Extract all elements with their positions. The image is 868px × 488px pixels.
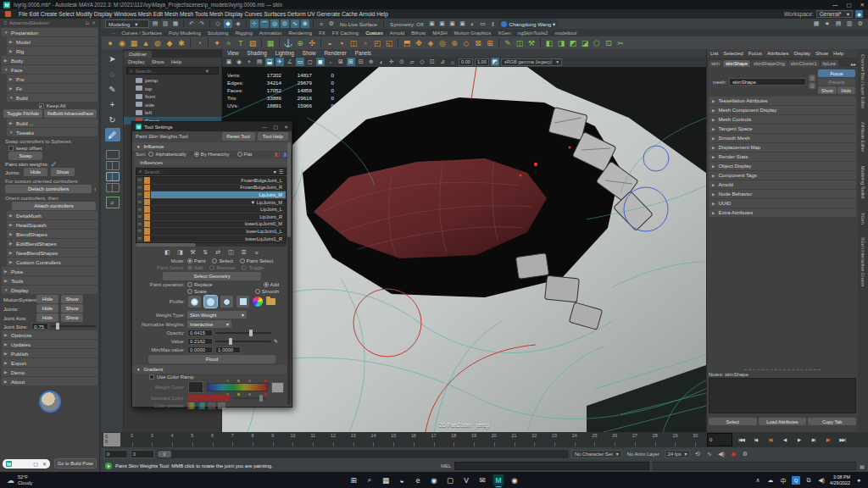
chrome-icon[interactable]: ◉ — [429, 474, 440, 485]
user-account-chip[interactable]: Changdong Wang▾ — [498, 19, 558, 28]
attribute-section[interactable]: ▶Extra Attributes — [709, 208, 856, 217]
layout-two-pane-button[interactable] — [106, 161, 120, 170]
separator[interactable] — [209, 19, 210, 27]
section-build-more[interactable]: ▶Build ... — [7, 119, 97, 127]
light-editor-icon[interactable]: ◐ — [468, 19, 476, 28]
timeline-frame[interactable]: 29 — [665, 432, 686, 447]
mesh-name-field[interactable]: skinShape — [729, 78, 806, 86]
menu-item[interactable]: Curves — [244, 11, 262, 17]
weather-widget[interactable]: ☁ 52°FCloudy — [0, 474, 170, 485]
bookmark-icon[interactable]: ▤ — [255, 58, 264, 66]
pin-tab-icon[interactable]: ◳ — [809, 75, 815, 81]
use-default-material-icon[interactable]: ▫ — [326, 58, 335, 66]
wireframe-icon[interactable]: ▭ — [296, 58, 304, 66]
mini-window-titlebar[interactable]: M▢✕ — [3, 459, 50, 469]
separator[interactable] — [498, 38, 499, 47]
use-color-ramp-checkbox[interactable] — [149, 374, 154, 380]
section-tools[interactable]: ▶Tools — [2, 276, 97, 285]
weight-color-black-swatch[interactable] — [188, 381, 203, 393]
grease-pencil-icon[interactable]: ∠ — [286, 58, 294, 66]
menu-item[interactable]: File — [19, 11, 28, 17]
paint-weights-icon[interactable]: ⊠ — [473, 38, 483, 48]
influence-color-swatch[interactable] — [144, 214, 151, 220]
tool-settings-titlebar[interactable]: M Tool Settings — ▢ ✕ — [132, 122, 292, 131]
timeline-frame[interactable]: 28 — [645, 432, 665, 447]
shaded-icon[interactable]: ◻ — [306, 58, 314, 66]
mute-audio-icon[interactable]: ◀) — [716, 451, 726, 458]
step-back-key-button[interactable]: |◀ — [763, 432, 777, 447]
shelf-tab[interactable]: Motion Graphics — [454, 30, 492, 36]
smooth-bind-icon[interactable]: ◒ — [325, 38, 335, 48]
panel-section[interactable]: ▶About — [2, 377, 97, 385]
svg-tool-icon[interactable]: ▧ — [248, 38, 258, 48]
weight-type-dropdown[interactable]: Skin Weight▾ — [187, 311, 247, 319]
render-settings-icon[interactable]: ▣ — [448, 19, 456, 28]
play-backwards-button[interactable]: ◀ — [777, 432, 792, 447]
poly-sphere-icon[interactable]: ● — [105, 38, 115, 48]
snap-projected-center-icon[interactable]: ⊙ — [281, 19, 289, 28]
menu-item[interactable]: Deform — [287, 11, 306, 17]
gradient-section-header[interactable]: ▼Gradient — [132, 365, 292, 374]
timeline-frame[interactable]: 3 — [142, 432, 162, 447]
section-face[interactable]: ▼Face — [2, 65, 97, 74]
clapperboard-icon[interactable]: ▭ — [478, 19, 487, 28]
timeline-frame[interactable]: 9 — [263, 432, 283, 447]
section-body[interactable]: ▶Body — [2, 56, 97, 64]
paint-lock-toggle[interactable]: m — [136, 214, 144, 220]
shelf-collapse-icon[interactable]: – — [112, 30, 114, 36]
timeline-frame[interactable]: 20 — [484, 432, 504, 447]
sort-radio[interactable]: By Hierarchy — [194, 152, 235, 157]
max-value-field[interactable]: 1.0000 — [215, 347, 241, 353]
dialog-close-button[interactable]: ✕ — [284, 125, 288, 130]
textured-icon[interactable]: ◼ — [316, 58, 325, 66]
timeline-frame[interactable]: 23 — [544, 432, 565, 447]
sort-radio[interactable]: Alphabetically — [148, 152, 191, 157]
select-component-icon[interactable]: ◈ — [234, 19, 242, 28]
sort-radio[interactable]: Flat — [237, 152, 258, 157]
custom-script-icon[interactable]: ◩ — [568, 38, 578, 48]
viewport-menu-item[interactable]: Show — [303, 50, 316, 56]
play-forwards-button[interactable]: ▶ — [792, 432, 806, 447]
panel-close-icon[interactable]: ✕ — [92, 20, 96, 25]
influence-row[interactable]: m lowerLipJoint1_R — [136, 236, 286, 243]
attribute-editor-menu-item[interactable]: Attributes — [767, 51, 788, 56]
rebuild-advancedface-button[interactable]: ReBuild AdvancedFace — [44, 109, 97, 118]
viewport-panel[interactable]: ViewShadingLightingShowRendererPanels ▣◉… — [222, 49, 706, 432]
timeline-frame[interactable]: 19 — [464, 432, 484, 447]
separator[interactable] — [246, 19, 247, 27]
influence-search[interactable]: ⌕ ▾☰ — [136, 168, 287, 175]
attribute-editor-tab[interactable]: skin — [709, 60, 722, 67]
face-subsection[interactable]: ▶EditBlendShapes — [7, 239, 97, 247]
timeline-frame[interactable]: 2 — [122, 432, 142, 447]
cast-icon[interactable]: ⧉ — [804, 476, 813, 485]
section-build[interactable]: ▼Build — [7, 93, 97, 102]
keep-all-checkbox[interactable]: ✔ — [39, 103, 44, 108]
graph-snap-icon[interactable]: ∿ — [704, 451, 714, 458]
panel-pop-icon[interactable]: ⊡ — [86, 20, 90, 25]
menu-item[interactable]: UV — [308, 11, 315, 17]
shelf-tab[interactable]: FX Caching — [332, 30, 359, 36]
mirror-tool-icon[interactable]: ◫ — [515, 38, 525, 48]
dialog-maximize-button[interactable]: ▢ — [273, 125, 278, 130]
attribute-section[interactable]: ▶Tangent Space — [709, 125, 856, 133]
face-subsection[interactable]: ▶NewBlendShapes — [7, 248, 97, 257]
timeline-frame[interactable]: 16 — [403, 432, 424, 447]
menu-set-dropdown[interactable]: Modeling▾ — [105, 19, 149, 28]
paint-brush-icon[interactable]: 🖉 — [51, 161, 56, 167]
settings-gear-icon[interactable]: ⚙ — [856, 19, 865, 28]
outliner-item[interactable]: persp — [124, 76, 221, 85]
step-forward-frame-button[interactable]: ▶| — [806, 432, 821, 447]
panel-section[interactable]: ▶Export — [2, 358, 97, 367]
auto-keyframe-icon[interactable]: ◉ — [728, 451, 737, 458]
animation-start-field[interactable]: 0 — [104, 450, 128, 458]
influence-row[interactable]: m LipJoint_R — [136, 214, 286, 221]
go-to-build-pose-button[interactable]: Go to Build Pose — [54, 458, 97, 469]
menu-item[interactable]: Edit Mesh — [153, 11, 178, 17]
cut-tool-icon[interactable]: ✂ — [615, 38, 626, 48]
face-subsection[interactable]: ▶DeltaMush — [7, 211, 97, 219]
symmetry-dropdown[interactable]: Symmetry: Off — [387, 21, 426, 27]
shrinkwrap-icon[interactable]: ◎ — [437, 38, 448, 48]
influence-row[interactable]: m LipJoint_M — [136, 191, 286, 199]
section-model[interactable]: ▶Model — [7, 37, 97, 46]
influence-search-input[interactable] — [144, 169, 270, 175]
